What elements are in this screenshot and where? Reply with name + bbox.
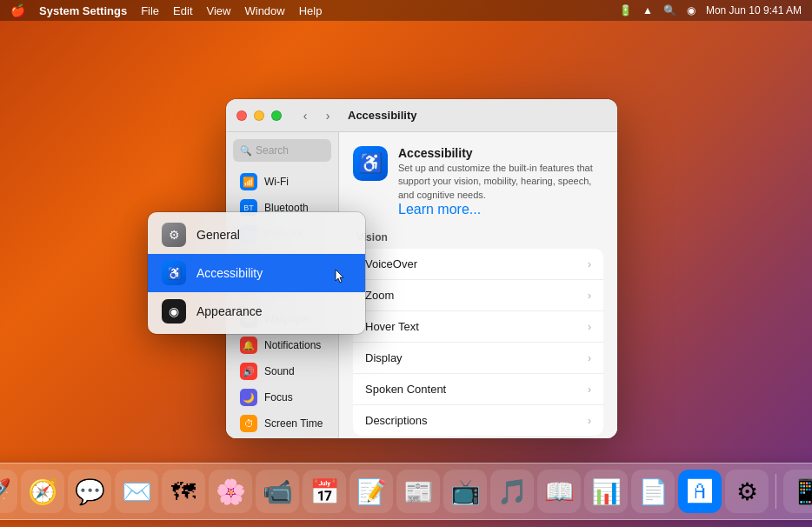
vision-group: VoiceOver › Zoom › Hover Text › Display … — [353, 249, 603, 436]
sidebar-item-sound[interactable]: 🔊 Sound — [230, 358, 335, 384]
sidebar-screentime-label: Screen Time — [264, 417, 323, 430]
dock-notes[interactable]: 📝 — [349, 470, 393, 513]
section-desc: Set up and customize the built-in featur… — [398, 162, 603, 202]
dock-numbers[interactable]: 📊 — [584, 470, 628, 513]
dock-appstore[interactable]: 🅰 — [678, 470, 722, 513]
dock-music[interactable]: 🎵 — [490, 470, 534, 513]
menu-help[interactable]: Help — [299, 4, 323, 17]
dock-newsstand[interactable]: 📖 — [537, 470, 581, 513]
menu-bar-left: 🍎 System Settings File Edit View Window … — [10, 3, 322, 17]
context-item-appearance[interactable]: ◉ Appearance — [148, 292, 365, 330]
screentime-sidebar-icon: ⏱ — [240, 415, 257, 432]
descriptions-label: Descriptions — [365, 414, 428, 427]
section-header: ♿ Accessibility Set up and customize the… — [353, 146, 603, 217]
context-popup: ⚙ General ♿ Accessibility ◉ Appearance — [148, 212, 365, 334]
general-icon: ⚙ — [162, 223, 186, 247]
settings-row-display[interactable]: Display › — [353, 343, 603, 374]
search-icon: 🔍 — [240, 145, 252, 157]
dock-maps[interactable]: 🗺 — [162, 470, 205, 513]
menu-edit[interactable]: Edit — [173, 4, 192, 17]
dock-news[interactable]: 📰 — [396, 470, 440, 513]
sidebar-focus-label: Focus — [264, 391, 293, 404]
learn-more-link[interactable]: Learn more... — [398, 202, 481, 217]
sidebar-notifications-label: Notifications — [264, 339, 321, 351]
dock-safari[interactable]: 🧭 — [21, 470, 64, 513]
settings-row-descriptions[interactable]: Descriptions › — [353, 405, 603, 436]
dock-facetime[interactable]: 📹 — [256, 470, 299, 513]
settings-row-voiceover[interactable]: VoiceOver › — [353, 249, 603, 280]
dock: 🚀 🧭 💬 ✉️ 🗺 🌸 📹 📅 📝 📰 📺 🎵 📖 📊 📄 🅰 ⚙ 📱 🗑 — [0, 463, 812, 520]
window-maximize-button[interactable] — [271, 110, 282, 121]
dock-appletv[interactable]: 📺 — [443, 470, 487, 513]
vision-group-label: Vision — [356, 231, 603, 243]
context-accessibility-label: Accessibility — [196, 266, 263, 280]
section-title: Accessibility — [398, 146, 603, 160]
dock-calendar[interactable]: 📅 — [303, 470, 346, 513]
notifications-sidebar-icon: 🔔 — [240, 337, 257, 354]
dock-messages[interactable]: 💬 — [68, 470, 111, 513]
dock-separator — [775, 474, 776, 509]
accessibility-popup-icon: ♿ — [162, 261, 186, 285]
desktop: ⚙ General ♿ Accessibility ◉ Appearance ‹… — [0, 21, 812, 459]
settings-row-spokencontent[interactable]: Spoken Content › — [353, 374, 603, 405]
main-content: ♿ Accessibility Set up and customize the… — [339, 132, 617, 438]
display-chevron: › — [588, 352, 591, 364]
sidebar-sound-label: Sound — [264, 365, 295, 377]
settings-row-zoom[interactable]: Zoom › — [353, 280, 603, 311]
hovertext-chevron: › — [588, 321, 591, 333]
search-icon[interactable]: 🔍 — [663, 4, 676, 17]
sound-sidebar-icon: 🔊 — [240, 363, 257, 380]
dock-launchpad[interactable]: 🚀 — [0, 470, 17, 513]
voiceover-label: VoiceOver — [365, 257, 417, 270]
menu-window[interactable]: Window — [244, 4, 284, 17]
window-nav-buttons: ‹ › — [296, 106, 337, 125]
hovertext-label: Hover Text — [365, 320, 419, 333]
context-general-label: General — [196, 228, 240, 242]
settings-row-hovertext[interactable]: Hover Text › — [353, 311, 603, 343]
battery-icon: 🔋 — [619, 4, 632, 17]
section-info: Accessibility Set up and customize the b… — [398, 146, 603, 217]
dock-mail[interactable]: ✉️ — [115, 470, 158, 513]
window-close-button[interactable] — [236, 110, 247, 121]
siri-icon[interactable]: ◉ — [687, 4, 696, 17]
menu-bar-right: 🔋 ▲ 🔍 ◉ Mon Jun 10 9:41 AM — [619, 4, 802, 17]
window-titlebar: ‹ › Accessibility — [226, 99, 617, 132]
window-minimize-button[interactable] — [254, 110, 264, 121]
apple-menu[interactable]: 🍎 — [10, 3, 25, 17]
section-app-icon: ♿ — [353, 146, 388, 181]
descriptions-chevron: › — [588, 415, 591, 427]
sidebar-item-focus[interactable]: 🌙 Focus — [230, 384, 335, 410]
appearance-icon: ◉ — [162, 299, 186, 324]
wifi-icon: ▲ — [642, 4, 653, 17]
sidebar-item-screentime[interactable]: ⏱ Screen Time — [230, 410, 335, 437]
menu-file[interactable]: File — [141, 4, 159, 17]
context-appearance-label: Appearance — [196, 304, 263, 318]
dock-iphone[interactable]: 📱 — [783, 470, 812, 513]
sidebar-item-wifi[interactable]: 📶 Wi-Fi — [230, 169, 335, 195]
context-item-general[interactable]: ⚙ General — [148, 216, 365, 254]
sidebar-search[interactable]: 🔍 Search — [233, 139, 331, 162]
window-title: Accessibility — [348, 109, 417, 122]
focus-sidebar-icon: 🌙 — [240, 389, 257, 406]
sidebar-wifi-label: Wi-Fi — [264, 176, 289, 188]
sidebar-item-notifications[interactable]: 🔔 Notifications — [230, 332, 335, 358]
app-name[interactable]: System Settings — [39, 4, 127, 17]
spokencontent-label: Spoken Content — [365, 383, 446, 396]
search-placeholder: Search — [256, 144, 289, 157]
wifi-sidebar-icon: 📶 — [240, 173, 257, 190]
dock-photos[interactable]: 🌸 — [209, 470, 252, 513]
dock-pages[interactable]: 📄 — [631, 470, 675, 513]
menu-bar: 🍎 System Settings File Edit View Window … — [0, 0, 812, 21]
zoom-label: Zoom — [365, 289, 394, 302]
dock-systemsettings[interactable]: ⚙ — [725, 470, 769, 513]
datetime: Mon Jun 10 9:41 AM — [706, 4, 802, 17]
nav-forward-button[interactable]: › — [318, 106, 337, 125]
display-label: Display — [365, 351, 403, 364]
voiceover-chevron: › — [588, 258, 591, 270]
context-item-accessibility[interactable]: ♿ Accessibility — [148, 254, 365, 292]
menu-view[interactable]: View — [207, 4, 231, 17]
spokencontent-chevron: › — [588, 384, 591, 396]
zoom-chevron: › — [588, 290, 591, 302]
nav-back-button[interactable]: ‹ — [296, 106, 315, 125]
